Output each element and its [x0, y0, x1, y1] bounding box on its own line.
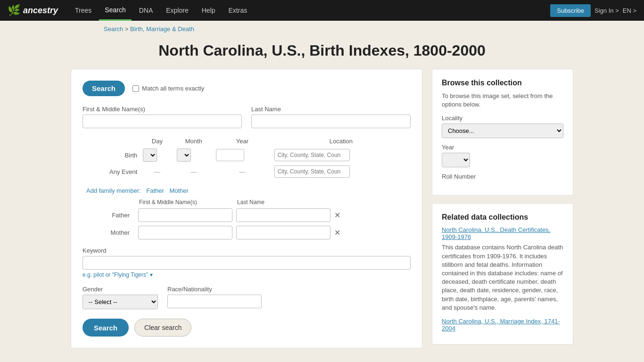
browse-card: Browse this collection To browse this im…: [432, 69, 573, 196]
clear-search-button[interactable]: Clear search: [134, 319, 191, 337]
father-last-input[interactable]: [236, 208, 330, 222]
breadcrumb-section[interactable]: Birth, Marriage & Death: [130, 25, 194, 33]
any-event-label: Any Event: [83, 164, 140, 180]
related-card: Related data collections North Carolina,…: [432, 203, 573, 345]
any-event-row: Any Event — — —: [83, 164, 411, 180]
related-link-1[interactable]: North Carolina, U.S., Marriage Index, 17…: [442, 318, 563, 332]
any-event-day-dash: —: [140, 164, 174, 180]
month-header: Month: [174, 136, 213, 147]
race-field: Race/Nationality: [167, 286, 262, 309]
birth-year-input[interactable]: [216, 149, 244, 161]
search-button-bottom[interactable]: Search: [83, 319, 129, 337]
nav-help[interactable]: Help: [196, 0, 221, 21]
search-panel: Search Match all terms exactly First & M…: [71, 69, 422, 348]
logo[interactable]: 🌿 ancestry: [8, 4, 58, 16]
last-name-input[interactable]: [251, 115, 411, 128]
logo-icon: 🌿: [8, 4, 20, 16]
breadcrumb-search[interactable]: Search: [104, 25, 123, 33]
any-event-location-input[interactable]: [274, 165, 350, 178]
search-top-row: Search Match all terms exactly: [83, 81, 411, 96]
remove-mother-button[interactable]: ✕: [334, 228, 340, 237]
sign-in-link[interactable]: Sign In >: [594, 7, 619, 14]
first-name-input[interactable]: [83, 115, 242, 128]
subscribe-button[interactable]: Subscribe: [550, 4, 591, 17]
year-header: Year: [213, 136, 272, 147]
day-header: Day: [140, 136, 174, 147]
mother-first-input[interactable]: [138, 226, 232, 239]
mother-row: Mother ✕: [83, 226, 411, 239]
browse-title: Browse this collection: [442, 79, 563, 87]
gender-field: Gender -- Select -- Male Female: [83, 286, 158, 309]
nav-dna[interactable]: DNA: [133, 0, 159, 21]
search-button-top[interactable]: Search: [83, 81, 125, 96]
mother-label: Mother: [83, 229, 134, 236]
any-event-month-dash: —: [174, 164, 213, 180]
remove-father-button[interactable]: ✕: [334, 211, 340, 220]
gender-race-row: Gender -- Select -- Male Female Race/Nat…: [83, 286, 411, 309]
family-last-header: Last Name: [237, 199, 331, 206]
location-header: Location: [272, 136, 411, 147]
gender-select[interactable]: -- Select -- Male Female: [83, 295, 158, 309]
bottom-buttons: Search Clear search: [83, 319, 411, 337]
name-row: First & Middle Name(s) Last Name: [83, 106, 411, 128]
main-layout: Search Match all terms exactly First & M…: [0, 69, 644, 362]
keyword-hint[interactable]: e.g. pilot or "Flying Tigers" ▾: [83, 272, 411, 278]
family-first-header: First & Middle Name(s): [139, 199, 233, 206]
match-exact-label[interactable]: Match all terms exactly: [132, 85, 204, 92]
family-section: Add family member: Father Mother First &…: [83, 187, 411, 239]
breadcrumb: Search > Birth, Marriage & Death: [0, 21, 644, 37]
match-exact-checkbox[interactable]: [132, 85, 139, 92]
birth-day-select[interactable]: [143, 148, 157, 162]
related-title: Related data collections: [442, 213, 563, 222]
event-table: Day Month Year Location Birth: [83, 136, 411, 180]
locality-field: Locality Choose...: [442, 115, 563, 138]
locality-select[interactable]: Choose...: [442, 123, 563, 138]
add-father-link[interactable]: Father: [146, 187, 164, 194]
birth-label: Birth: [83, 147, 140, 164]
locality-label: Locality: [442, 115, 563, 122]
father-first-input[interactable]: [138, 208, 232, 222]
breadcrumb-separator: >: [125, 25, 130, 33]
family-col-headers: First & Middle Name(s) Last Name: [139, 199, 411, 206]
any-event-year-dash: —: [213, 164, 272, 180]
related-link-0[interactable]: North Carolina, U.S., Death Certificates…: [442, 226, 563, 240]
family-member-label: Add family member: Father Mother: [83, 187, 411, 194]
last-name-label: Last Name: [251, 106, 411, 113]
nav-extras[interactable]: Extras: [223, 0, 253, 21]
add-mother-link[interactable]: Mother: [169, 187, 188, 194]
keyword-label: Keyword: [83, 247, 411, 254]
nav-search[interactable]: Search: [99, 0, 131, 21]
roll-number-field: Roll Number: [442, 173, 563, 180]
year-browse-label: Year: [442, 144, 563, 151]
language-selector[interactable]: EN >: [623, 7, 636, 14]
mother-last-input[interactable]: [236, 226, 330, 239]
father-label: Father: [83, 212, 134, 219]
race-label: Race/Nationality: [167, 286, 262, 293]
keyword-input[interactable]: [83, 256, 411, 270]
page-title: North Carolina, U.S., Birth Indexes, 180…: [0, 42, 644, 59]
nav-links: Trees Search DNA Explore Help Extras: [69, 0, 550, 21]
year-browse-select[interactable]: [442, 153, 470, 167]
related-desc-0: This database contains North Carolina de…: [442, 243, 563, 312]
race-input[interactable]: [167, 295, 262, 308]
browse-description: To browse this image set, select from th…: [442, 92, 563, 109]
main-nav: 🌿 ancestry Trees Search DNA Explore Help…: [0, 0, 644, 21]
sidebar: Browse this collection To browse this im…: [432, 69, 573, 348]
gender-label: Gender: [83, 286, 158, 293]
first-name-label: First & Middle Name(s): [83, 106, 242, 113]
nav-explore[interactable]: Explore: [160, 0, 194, 21]
keyword-section: Keyword e.g. pilot or "Flying Tigers" ▾: [83, 247, 411, 278]
birth-location-input[interactable]: [274, 149, 350, 161]
year-browse-field: Year: [442, 144, 563, 167]
nav-trees[interactable]: Trees: [69, 0, 97, 21]
roll-number-label: Roll Number: [442, 173, 563, 180]
first-name-field: First & Middle Name(s): [83, 106, 242, 128]
nav-right: Subscribe Sign In > EN >: [550, 4, 636, 17]
birth-row: Birth: [83, 147, 411, 164]
match-exact-text: Match all terms exactly: [142, 85, 204, 92]
last-name-field: Last Name: [251, 106, 411, 128]
father-row: Father ✕: [83, 208, 411, 222]
birth-month-select[interactable]: [177, 148, 191, 162]
logo-text: ancestry: [23, 6, 58, 16]
